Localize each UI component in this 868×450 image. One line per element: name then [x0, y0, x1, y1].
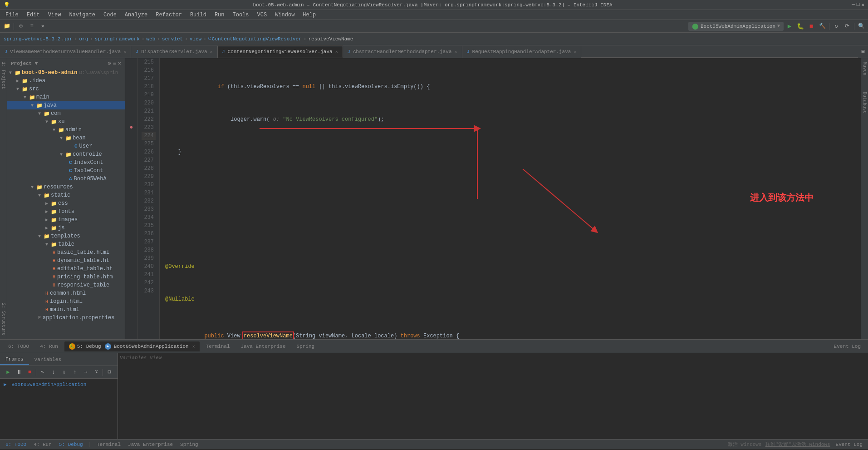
project-structure-tab[interactable]: 1: Project [0, 58, 7, 93]
menu-run[interactable]: Run [211, 11, 228, 19]
tree-com[interactable]: ▼ 📁 com [7, 109, 125, 118]
tree-common-html[interactable]: H common.html [7, 289, 125, 297]
project-icon[interactable]: 📁 [2, 21, 12, 31]
menu-code[interactable]: Code [100, 11, 120, 19]
minimize-btn[interactable]: ─ [852, 2, 855, 8]
debug-tab-btn[interactable]: 🐛 5: Debug ▶ Boot05WebAdminApplication ✕ [64, 341, 200, 351]
tree-main[interactable]: ▼ 📁 main [7, 93, 125, 101]
status-todo[interactable]: 6: TODO [4, 442, 28, 447]
run-tab[interactable]: 4: Run [35, 342, 63, 351]
status-run[interactable]: 4: Run [32, 442, 54, 447]
stop-btn[interactable]: ■ [806, 21, 816, 31]
tree-main-html[interactable]: H main.html [7, 306, 125, 314]
status-spring[interactable]: Spring [178, 442, 200, 447]
nav-view[interactable]: view [190, 36, 201, 42]
sidebar-close-btn[interactable]: ✕ [118, 60, 121, 67]
step-over-btn[interactable]: ↷ [38, 368, 47, 377]
tab-close-requestmapping[interactable]: ✕ [574, 49, 576, 54]
build-btn[interactable]: 🔨 [817, 21, 827, 31]
tab-close-viewname[interactable]: ✕ [123, 49, 126, 54]
resume-btn[interactable]: ▶ [4, 368, 13, 377]
todo-tab[interactable]: 6: TODO [4, 342, 34, 351]
restore-layout-btn[interactable]: ⊟ [105, 368, 114, 377]
nav-web[interactable]: web [147, 36, 156, 42]
tree-tablecont[interactable]: C TableCont [7, 167, 125, 175]
sidebar-header[interactable]: Project ▼ ⚙ ≡ ✕ [7, 58, 125, 69]
nav-spring-webmvc[interactable]: spring-webmvc-5.3.2.jar [4, 36, 73, 42]
maximize-btn[interactable]: □ [857, 2, 860, 8]
tab-close-dispatcher[interactable]: ✕ [210, 49, 213, 54]
tree-xu[interactable]: ▼ 📁 xu [7, 118, 125, 126]
run-config-dropdown[interactable]: ▼ [777, 24, 780, 29]
stop-debug-btn[interactable]: ■ [25, 368, 34, 377]
tree-application-properties[interactable]: P application.properties [7, 314, 125, 322]
tree-indexcont[interactable]: C IndexCont [7, 158, 125, 167]
nav-class[interactable]: C ContentNegotiatingViewResolver [208, 36, 302, 42]
tree-fonts[interactable]: ▶ 📁 fonts [7, 208, 125, 216]
tree-responsive-table[interactable]: H responsive_table [7, 281, 125, 289]
status-terminal[interactable]: Terminal [95, 442, 123, 447]
tree-boot05weba[interactable]: A Boot05WebA [7, 175, 125, 183]
code-area[interactable]: ● [125, 58, 868, 339]
tree-src[interactable]: ▼ 📁 src [7, 85, 125, 93]
tree-idea[interactable]: ▶ 📁 .idea [7, 77, 125, 85]
settings-btn[interactable]: ⚙ [16, 21, 26, 31]
tree-basic-table[interactable]: H basic_table.html [7, 248, 125, 257]
nav-org[interactable]: org [79, 36, 88, 42]
window-controls[interactable]: ─ □ ✕ [852, 2, 864, 8]
maven-side-tab[interactable]: Maven Database [861, 58, 868, 339]
force-step-into-btn[interactable]: ⇓ [60, 368, 69, 377]
structure-btn[interactable]: ≡ [27, 21, 37, 31]
menu-window[interactable]: Window [271, 11, 298, 19]
code-content[interactable]: if (this.viewResolvers == null || this.v… [160, 58, 868, 339]
tab-requestmapping[interactable]: J RequestMappingHandlerAdapter.java ✕ [462, 46, 582, 58]
menu-vcs[interactable]: VCS [254, 11, 271, 19]
close-panel-btn[interactable]: ✕ [38, 21, 48, 31]
update-btn[interactable]: ↻ [831, 21, 841, 31]
tab-content-negotiating[interactable]: J ContentNegotiatingViewResolver.java ✕ [218, 46, 343, 58]
evaluate-btn[interactable]: ⌥ [92, 368, 101, 377]
menu-analyze[interactable]: Analyze [121, 11, 151, 19]
menu-tools[interactable]: Tools [229, 11, 253, 19]
menu-edit[interactable]: Edit [23, 11, 44, 19]
status-debug-active[interactable]: 5: Debug [57, 442, 85, 447]
close-btn[interactable]: ✕ [861, 2, 864, 8]
pause-btn[interactable]: ⏸ [15, 368, 24, 377]
menu-build[interactable]: Build [186, 11, 210, 19]
tree-table[interactable]: ▼ 📁 table [7, 240, 125, 248]
menu-navigate[interactable]: Navigate [65, 11, 99, 19]
tree-resources[interactable]: ▼ 📁 resources [7, 183, 125, 191]
debug-btn[interactable]: 🐛 [795, 21, 805, 31]
event-log-status[interactable]: Event Log [834, 442, 864, 447]
split-editor-btn[interactable]: ⊞ [858, 47, 868, 57]
menu-view[interactable]: View [44, 11, 65, 19]
tree-admin[interactable]: ▼ 📁 admin [7, 126, 125, 134]
tree-static[interactable]: ▼ 📁 static [7, 191, 125, 199]
search-everywhere-btn[interactable]: 🔍 [856, 21, 866, 31]
step-out-btn[interactable]: ↑ [70, 368, 79, 377]
sidebar-settings-btn[interactable]: ⚙ [108, 60, 111, 67]
tab-abstract[interactable]: J AbstractHandlerMethodAdapter.java ✕ [343, 46, 462, 58]
tab-dispatcher[interactable]: J DispatcherServlet.java ✕ [131, 46, 217, 58]
event-log-btn[interactable]: Event Log [830, 344, 864, 349]
variables-tab[interactable]: Variables [29, 355, 67, 364]
nav-servlet[interactable]: servlet [162, 36, 183, 42]
java-enterprise-tab[interactable]: Java Enterprise [236, 342, 290, 351]
tree-dynamic-table[interactable]: H dynamic_table.ht [7, 257, 125, 265]
step-into-btn[interactable]: ↓ [49, 368, 58, 377]
tab-close-abstract[interactable]: ✕ [455, 49, 457, 54]
structure-tab[interactable]: 2: Structure [0, 299, 7, 339]
menu-file[interactable]: File [2, 11, 22, 19]
tree-templates[interactable]: ▼ 📁 templates [7, 232, 125, 240]
windows-activate-sub[interactable]: 转到"设置"以激活 Windows [765, 441, 830, 448]
menu-help[interactable]: Help [299, 11, 319, 19]
tree-bean[interactable]: ▼ 📁 bean [7, 134, 125, 142]
nav-method[interactable]: resolveViewName [308, 36, 353, 42]
sidebar-expand-btn[interactable]: ≡ [113, 60, 116, 67]
tree-js[interactable]: ▶ 📁 js [7, 224, 125, 232]
frames-app[interactable]: ▶ Boot05WebAdminApplication [2, 381, 116, 388]
tree-editable-table[interactable]: H editable_table.ht [7, 265, 125, 273]
tab-viewname[interactable]: J ViewNameMethodReturnValueHandler.java … [0, 46, 131, 58]
tree-controlle[interactable]: ▼ 📁 controlle [7, 150, 125, 158]
reload-btn[interactable]: ⟳ [842, 21, 852, 31]
